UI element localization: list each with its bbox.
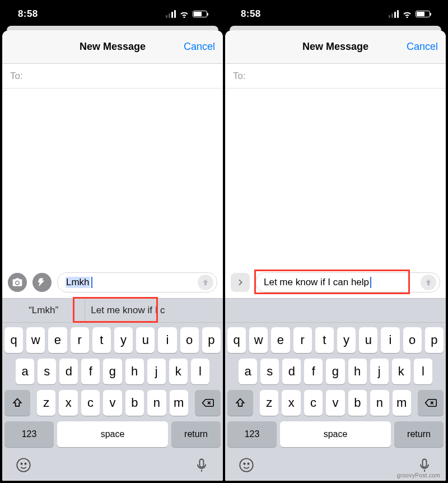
- key-c[interactable]: c: [81, 390, 100, 416]
- to-field[interactable]: To:: [225, 64, 446, 89]
- key-r[interactable]: r: [293, 327, 312, 353]
- key-k[interactable]: k: [392, 359, 410, 384]
- new-message-sheet: New Message Cancel To: Lmkh: [2, 30, 223, 481]
- key-p[interactable]: p: [202, 327, 221, 353]
- to-field[interactable]: To:: [2, 64, 223, 89]
- key-u[interactable]: u: [359, 327, 377, 353]
- compose-row: Lmkh: [2, 267, 223, 298]
- cancel-button[interactable]: Cancel: [184, 30, 215, 63]
- key-b[interactable]: b: [125, 390, 144, 416]
- space-key[interactable]: space: [57, 421, 168, 447]
- key-n[interactable]: n: [147, 390, 166, 416]
- key-h[interactable]: h: [348, 359, 367, 384]
- key-w[interactable]: w: [249, 327, 268, 353]
- page-title: New Message: [302, 41, 368, 53]
- key-n[interactable]: n: [370, 390, 389, 416]
- key-l[interactable]: l: [414, 359, 432, 384]
- key-z[interactable]: z: [37, 390, 55, 416]
- key-e[interactable]: e: [271, 327, 290, 353]
- key-i[interactable]: i: [381, 327, 399, 353]
- conversation-area: [225, 89, 446, 267]
- cancel-button[interactable]: Cancel: [407, 30, 438, 63]
- key-j[interactable]: j: [147, 359, 166, 384]
- message-input[interactable]: Let me know if I can help: [255, 272, 440, 292]
- key-j[interactable]: j: [370, 359, 389, 384]
- key-h[interactable]: h: [125, 359, 144, 384]
- svg-point-5: [244, 463, 245, 465]
- card-behind: [230, 26, 441, 30]
- numbers-key[interactable]: 123: [4, 421, 54, 447]
- key-l[interactable]: l: [191, 359, 209, 384]
- key-t[interactable]: t: [92, 327, 111, 353]
- return-key[interactable]: return: [171, 421, 221, 447]
- key-e[interactable]: e: [48, 327, 67, 353]
- key-d[interactable]: d: [282, 359, 301, 384]
- key-z[interactable]: z: [260, 390, 278, 416]
- key-m[interactable]: m: [393, 390, 411, 416]
- message-input[interactable]: Lmkh: [57, 272, 217, 292]
- key-g[interactable]: g: [326, 359, 344, 384]
- keyboard: qwertyuiop asdfghjkl zxcvbnm 123 space r…: [2, 323, 223, 449]
- text-cursor: [370, 277, 371, 288]
- dictation-button[interactable]: [194, 457, 209, 473]
- card-behind: [7, 26, 218, 30]
- delete-key[interactable]: [418, 390, 444, 416]
- key-d[interactable]: d: [59, 359, 78, 384]
- svg-point-6: [248, 463, 249, 465]
- status-right: [389, 10, 430, 18]
- key-b[interactable]: b: [348, 390, 367, 416]
- emoji-button[interactable]: [16, 457, 31, 473]
- send-button[interactable]: [421, 275, 436, 290]
- key-s[interactable]: s: [38, 359, 56, 384]
- key-x[interactable]: x: [282, 390, 300, 416]
- key-x[interactable]: x: [59, 390, 77, 416]
- battery-icon: [193, 11, 207, 17]
- clock: 8:58: [18, 8, 38, 20]
- delete-key[interactable]: [195, 390, 221, 416]
- key-c[interactable]: c: [304, 390, 323, 416]
- dictation-button[interactable]: [417, 457, 432, 473]
- key-q[interactable]: q: [4, 327, 23, 353]
- key-y[interactable]: y: [337, 327, 356, 353]
- key-a[interactable]: a: [16, 359, 34, 384]
- navbar: New Message Cancel: [225, 30, 446, 64]
- svg-point-2: [25, 463, 26, 465]
- space-key[interactable]: space: [280, 421, 391, 447]
- numbers-key[interactable]: 123: [227, 421, 277, 447]
- emoji-button[interactable]: [239, 457, 254, 473]
- key-r[interactable]: r: [71, 327, 89, 353]
- shift-key[interactable]: [4, 390, 30, 416]
- key-f[interactable]: f: [81, 359, 100, 384]
- battery-icon: [416, 11, 430, 17]
- shift-key[interactable]: [227, 390, 253, 416]
- key-k[interactable]: k: [169, 359, 188, 384]
- app-drawer-button[interactable]: [32, 273, 52, 292]
- suggestion-asis[interactable]: “Lmkh”: [2, 299, 85, 322]
- quicktype-bar: “Lmkh” Let me know if I c: [2, 298, 223, 323]
- expand-apps-button[interactable]: [231, 273, 250, 292]
- key-y[interactable]: y: [114, 327, 133, 353]
- key-t[interactable]: t: [315, 327, 334, 353]
- key-o[interactable]: o: [403, 327, 422, 353]
- key-v[interactable]: v: [103, 390, 122, 416]
- key-f[interactable]: f: [304, 359, 323, 384]
- key-q[interactable]: q: [227, 327, 246, 353]
- message-text: Lmkh: [66, 277, 90, 288]
- wifi-icon: [402, 10, 412, 18]
- suggestion-replacement[interactable]: Let me know if I c: [85, 299, 223, 322]
- compose-row: Let me know if I can help: [225, 267, 446, 298]
- keyboard-footer: [2, 449, 223, 481]
- key-p[interactable]: p: [425, 327, 444, 353]
- camera-button[interactable]: [8, 273, 27, 292]
- return-key[interactable]: return: [394, 421, 444, 447]
- key-a[interactable]: a: [239, 359, 257, 384]
- send-button[interactable]: [198, 275, 213, 290]
- key-g[interactable]: g: [103, 359, 122, 384]
- key-u[interactable]: u: [136, 327, 155, 353]
- key-o[interactable]: o: [180, 327, 199, 353]
- key-m[interactable]: m: [170, 390, 188, 416]
- key-w[interactable]: w: [26, 327, 45, 353]
- key-i[interactable]: i: [158, 327, 176, 353]
- key-s[interactable]: s: [260, 359, 279, 384]
- key-v[interactable]: v: [326, 390, 344, 416]
